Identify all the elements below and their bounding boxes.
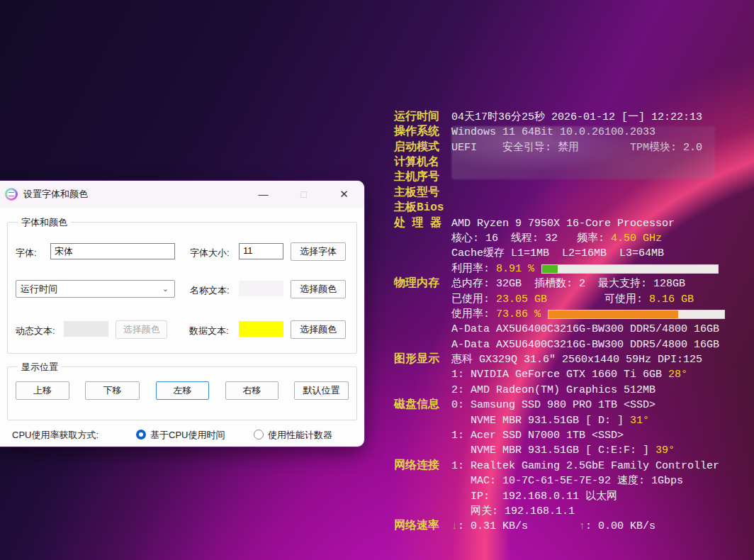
minimize-button[interactable]: — bbox=[243, 181, 283, 208]
default-position-button[interactable]: 默认位置 bbox=[294, 381, 349, 400]
sysinfo-label: 处 理 器 bbox=[394, 216, 451, 231]
sysinfo-value: MAC: 10-7C-61-5E-7E-92 速度: 1Gbps bbox=[451, 474, 683, 488]
font-name-input[interactable]: 宋体 bbox=[50, 243, 175, 259]
sysinfo-label: 计算机名 bbox=[394, 155, 451, 170]
item-dropdown-value: 运行时间 bbox=[21, 283, 57, 296]
memory-usage-bar bbox=[548, 310, 725, 319]
maximize-button[interactable]: □ bbox=[283, 181, 324, 208]
sysinfo-value: NVME MBR 931.51GB [ D: ] 31° bbox=[451, 413, 649, 428]
sysinfo-value: 网关: 192.168.1.1 bbox=[451, 504, 575, 519]
font-color-legend: 字体和颜色 bbox=[18, 216, 71, 229]
move-right-button[interactable]: 右移 bbox=[225, 381, 278, 400]
sysinfo-value: 0: Samsung SSD 980 PRO 1TB <SSD> bbox=[451, 398, 655, 413]
sysinfo-value: 1: Acer SSD N7000 1TB <SSD> bbox=[451, 428, 624, 443]
cpu-usage-method-label: CPU使用率获取方式: bbox=[12, 429, 99, 442]
cpu-usage-bar bbox=[541, 264, 719, 274]
sysinfo-line: 运行时间04天17时36分25秒 2026-01-12 [一] 12:22:13 bbox=[394, 110, 752, 125]
sysinfo-label: 主板Bios bbox=[394, 201, 451, 215]
chevron-down-icon: ⌄ bbox=[162, 284, 169, 293]
sysinfo-value: NVME MBR 931.51GB [ C:E:F: ] 39° bbox=[451, 443, 675, 458]
sysinfo-line: 物理内存总内存: 32GB 插槽数: 2 最大支持: 128GB bbox=[394, 276, 752, 291]
sysinfo-line: 已使用: 23.05 GB 可使用: 8.16 GB bbox=[394, 292, 752, 307]
sysinfo-value: A-Data AX5U6400C3216G-BW300 DDR5/4800 16… bbox=[451, 322, 719, 337]
move-down-button[interactable]: 下移 bbox=[85, 381, 140, 400]
sysinfo-line: 主板型号 bbox=[394, 186, 752, 201]
sysinfo-label: 网络速率 bbox=[394, 519, 451, 534]
data-text-label: 数据文本: bbox=[189, 325, 229, 337]
sysinfo-value: 1: NVIDIA GeForce GTX 1660 Ti 6GB 28° bbox=[451, 367, 687, 382]
sysinfo-line: NVME MBR 931.51GB [ D: ] 31° bbox=[394, 413, 752, 428]
dialog-title: 设置字体和颜色 bbox=[23, 188, 88, 201]
display-position-legend: 显示位置 bbox=[18, 361, 62, 374]
font-label: 字体: bbox=[16, 247, 37, 259]
sysinfo-line: A-Data AX5U6400C3216G-BW300 DDR5/4800 16… bbox=[394, 322, 752, 337]
redacted-region bbox=[451, 126, 715, 179]
close-button[interactable]: ✕ bbox=[324, 181, 364, 208]
sysinfo-label: 磁盘信息 bbox=[394, 398, 451, 413]
cpu-usage-method-row: CPU使用率获取方式: 基于CPU使用时间 使用性能计数器 bbox=[0, 427, 364, 447]
sysinfo-line: NVME MBR 931.51GB [ C:E:F: ] 39° bbox=[394, 443, 752, 458]
data-text-color-swatch[interactable] bbox=[239, 321, 283, 337]
sysinfo-label: 运行时间 bbox=[394, 110, 451, 125]
sysinfo-label: 主板型号 bbox=[394, 186, 451, 201]
sysinfo-line: A-Data AX5U6400C3216G-BW300 DDR5/4800 16… bbox=[394, 337, 752, 352]
data-choose-color-button[interactable]: 选择颜色 bbox=[291, 320, 346, 339]
sysinfo-value: A-Data AX5U6400C3216G-BW300 DDR5/4800 16… bbox=[451, 337, 719, 352]
radio-perf-counter[interactable] bbox=[254, 430, 264, 439]
sysinfo-line: 网关: 192.168.1.1 bbox=[394, 504, 752, 519]
sysinfo-line: 1: Acer SSD N7000 1TB <SSD> bbox=[394, 428, 752, 443]
sysinfo-label: 图形显示 bbox=[394, 352, 451, 367]
dynamic-choose-color-button: 选择颜色 bbox=[116, 320, 167, 339]
sysinfo-line: 使用率: 73.86 % bbox=[394, 307, 752, 322]
settings-dialog: 设置字体和颜色 — □ ✕ 字体和颜色 字体: 宋体 字体大小: 11 选择字体… bbox=[0, 181, 364, 447]
sysinfo-value: 核心: 16 线程: 32 频率: 4.50 GHz bbox=[451, 231, 662, 246]
sysinfo-label: 网络连接 bbox=[394, 459, 451, 474]
dynamic-text-label: 动态文本: bbox=[16, 325, 55, 337]
item-dropdown[interactable]: 运行时间 ⌄ bbox=[16, 280, 175, 298]
sysinfo-line: 利用率: 8.91 % bbox=[394, 262, 752, 276]
name-text-label: 名称文本: bbox=[190, 284, 230, 297]
radio-cpu-time[interactable] bbox=[136, 430, 146, 439]
system-info-overlay: 运行时间04天17时36分25秒 2026-01-12 [一] 12:22:13… bbox=[394, 79, 752, 534]
radio-cpu-time-label[interactable]: 基于CPU使用时间 bbox=[150, 429, 225, 442]
sysinfo-label: 主机序号 bbox=[394, 170, 451, 185]
move-left-button[interactable]: 左移 bbox=[156, 381, 209, 400]
sysinfo-line: MAC: 10-7C-61-5E-7E-92 速度: 1Gbps bbox=[394, 474, 752, 488]
dynamic-text-color-swatch[interactable] bbox=[64, 321, 108, 337]
font-size-input[interactable]: 11 bbox=[239, 243, 283, 259]
sysinfo-label: 操作系统 bbox=[394, 125, 451, 140]
sysinfo-value: Cache缓存 L1=1MB L2=16MB L3=64MB bbox=[451, 246, 664, 261]
sysinfo-value: 已使用: 23.05 GB 可使用: 8.16 GB bbox=[451, 292, 694, 307]
sysinfo-line: IP: 192.168.0.11 以太网 bbox=[394, 489, 752, 504]
sysinfo-line: 网络速率↓: 0.31 KB/s ↑: 0.00 KB/s bbox=[394, 519, 752, 534]
name-text-color-swatch[interactable] bbox=[239, 281, 283, 296]
sysinfo-value: 惠科 GX329Q 31.6″ 2560x1440 59Hz DPI:125 bbox=[451, 352, 702, 367]
sysinfo-line: Cache缓存 L1=1MB L2=16MB L3=64MB bbox=[394, 246, 752, 261]
sysinfo-value: 利用率: 8.91 % bbox=[451, 262, 534, 276]
sysinfo-line: 网络连接1: Realtek Gaming 2.5GbE Family Cont… bbox=[394, 459, 752, 474]
sysinfo-label: 启动模式 bbox=[394, 140, 451, 155]
sysinfo-value: 04天17时36分25秒 2026-01-12 [一] 12:22:13 bbox=[451, 110, 702, 125]
font-size-label: 字体大小: bbox=[190, 247, 230, 259]
sysinfo-value: ↓: 0.31 KB/s ↑: 0.00 KB/s bbox=[451, 519, 655, 534]
dialog-titlebar[interactable]: 设置字体和颜色 — □ ✕ bbox=[0, 181, 364, 208]
sysinfo-value: 1: Realtek Gaming 2.5GbE Family Controll… bbox=[451, 459, 719, 474]
sysinfo-label: 物理内存 bbox=[394, 276, 451, 291]
sysinfo-value: AMD Ryzen 9 7950X 16-Core Processor bbox=[451, 216, 675, 231]
radio-perf-counter-label[interactable]: 使用性能计数器 bbox=[268, 429, 332, 442]
sysinfo-line: 主板Bios bbox=[394, 201, 752, 215]
name-choose-color-button[interactable]: 选择颜色 bbox=[291, 280, 346, 298]
app-icon bbox=[5, 188, 18, 201]
sysinfo-value: IP: 192.168.0.11 以太网 bbox=[451, 489, 617, 504]
sysinfo-value: 使用率: 73.86 % bbox=[451, 307, 541, 322]
sysinfo-value: 总内存: 32GB 插槽数: 2 最大支持: 128GB bbox=[451, 276, 685, 291]
sysinfo-line: 磁盘信息0: Samsung SSD 980 PRO 1TB <SSD> bbox=[394, 398, 752, 413]
choose-font-button[interactable]: 选择字体 bbox=[291, 242, 346, 261]
sysinfo-line: 2: AMD Radeon(TM) Graphics 512MB bbox=[394, 383, 752, 398]
sysinfo-line: 处 理 器AMD Ryzen 9 7950X 16-Core Processor bbox=[394, 216, 752, 231]
sysinfo-value: 2: AMD Radeon(TM) Graphics 512MB bbox=[451, 383, 655, 398]
sysinfo-line: 1: NVIDIA GeForce GTX 1660 Ti 6GB 28° bbox=[394, 367, 752, 382]
sysinfo-line: 核心: 16 线程: 32 频率: 4.50 GHz bbox=[394, 231, 752, 246]
sysinfo-line: 图形显示惠科 GX329Q 31.6″ 2560x1440 59Hz DPI:1… bbox=[394, 352, 752, 367]
move-up-button[interactable]: 上移 bbox=[16, 381, 69, 400]
